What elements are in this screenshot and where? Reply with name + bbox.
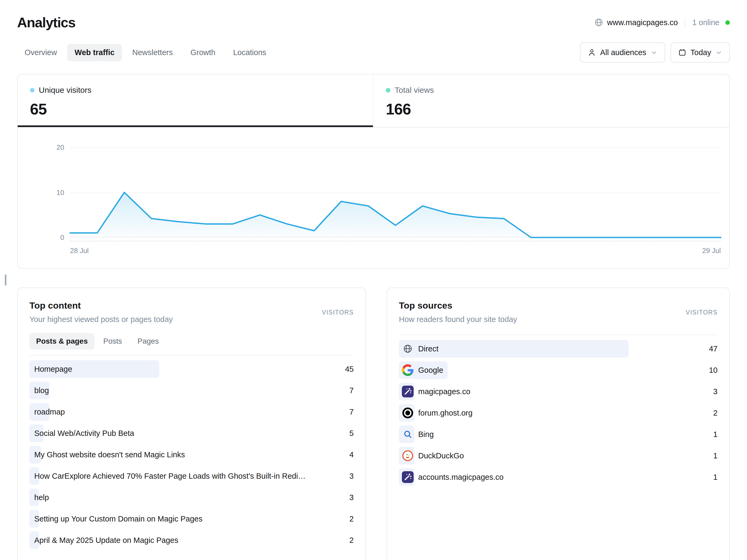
row-label: blog (29, 386, 49, 395)
row-visitors: 3 (708, 387, 718, 396)
content-row[interactable]: Setting up Your Custom Domain on Magic P… (29, 510, 354, 528)
bottom-cards: Top content Your highest viewed posts or… (17, 288, 730, 560)
content-row[interactable]: My Ghost website doesn't send Magic Link… (29, 446, 354, 463)
row-visitors: 7 (344, 407, 354, 417)
site-domain-link[interactable]: www.magicpages.co (607, 18, 678, 27)
calendar-icon (678, 48, 687, 57)
source-row[interactable]: accounts.magicpages.co1 (399, 468, 718, 486)
content-row[interactable]: How CarExplore Achieved 70% Faster Page … (29, 467, 354, 485)
tab-web-traffic[interactable]: Web traffic (67, 44, 122, 61)
top-bar: Analytics www.magicpages.co 1 online (17, 0, 730, 30)
content-row[interactable]: Social Web/Activity Pub Beta5 (29, 424, 354, 442)
tab-newsletters[interactable]: Newsletters (125, 44, 180, 61)
tab-locations[interactable]: Locations (226, 44, 274, 61)
source-row[interactable]: Direct47 (399, 340, 718, 357)
visitors-column-header: VISITORS (686, 309, 718, 316)
total-views-label: Total views (395, 86, 434, 95)
row-label: April & May 2025 Update on Magic Pages (29, 536, 178, 545)
filters: All audiences Today (580, 42, 730, 62)
row-label: My Ghost website doesn't send Magic Link… (29, 450, 185, 459)
row-label: Direct (414, 344, 439, 353)
content-tab-posts-pages[interactable]: Posts & pages (29, 333, 95, 349)
online-status-dot (725, 20, 730, 25)
unique-visitors-label: Unique visitors (39, 86, 92, 95)
content-row[interactable]: roadmap7 (29, 403, 354, 421)
divider (399, 335, 718, 335)
content-row[interactable]: blog7 (29, 382, 354, 399)
row-label: How CarExplore Achieved 70% Faster Page … (29, 472, 308, 481)
audience-filter-button[interactable]: All audiences (580, 42, 665, 62)
x-label-start: 28 Jul (70, 246, 88, 255)
tab-growth[interactable]: Growth (183, 44, 223, 61)
source-row[interactable]: Google10 (399, 361, 718, 379)
row-label: forum.ghost.org (414, 409, 472, 418)
row-visitors: 5 (344, 429, 354, 438)
date-range-label: Today (691, 48, 711, 57)
date-range-button[interactable]: Today (670, 42, 730, 62)
stat-total-views[interactable]: Total views 166 (374, 74, 729, 127)
top-content-list: Homepage45blog7roadmap7Social Web/Activi… (29, 360, 354, 549)
analytics-page: Analytics www.magicpages.co 1 online Ove… (0, 0, 747, 560)
source-row[interactable]: magicpages.co3 (399, 383, 718, 400)
top-content-subtitle: Your highest viewed posts or pages today (29, 315, 354, 324)
row-visitors: 1 (708, 451, 718, 460)
visitors-area-series (70, 148, 721, 238)
row-visitors: 7 (344, 386, 354, 395)
top-sources-title: Top sources (399, 300, 718, 311)
chevron-down-icon (715, 49, 722, 56)
content-tab-posts[interactable]: Posts (97, 333, 129, 349)
stat-unique-visitors[interactable]: Unique visitors 65 (18, 74, 374, 127)
x-axis-ticks (70, 241, 721, 241)
top-sources-card: Top sources How readers found your site … (387, 288, 730, 560)
audience-filter-label: All audiences (600, 48, 646, 57)
unique-visitors-value: 65 (30, 100, 361, 118)
tab-overview[interactable]: Overview (17, 44, 65, 61)
total-views-value: 166 (386, 100, 717, 118)
row-visitors: 1 (708, 473, 718, 482)
row-label: Setting up Your Custom Domain on Magic P… (29, 514, 203, 523)
row-label: Social Web/Activity Pub Beta (29, 429, 134, 438)
google-icon (402, 364, 414, 376)
nav-tabs: OverviewWeb trafficNewslettersGrowthLoca… (17, 44, 274, 61)
unique-visitors-dot (30, 88, 34, 92)
nav-row: OverviewWeb trafficNewslettersGrowthLoca… (17, 42, 730, 62)
content-row[interactable]: April & May 2025 Update on Magic Pages2 (29, 531, 354, 549)
row-visitors: 45 (340, 365, 354, 374)
magicpages-icon (402, 385, 414, 397)
stat-tabs: Unique visitors 65 Total views 166 (18, 74, 729, 128)
source-row[interactable]: Bing1 (399, 425, 718, 443)
divider (685, 18, 685, 27)
source-row[interactable]: forum.ghost.org2 (399, 404, 718, 422)
row-visitors: 3 (344, 472, 354, 481)
row-label: Google (414, 366, 443, 375)
content-tab-pages[interactable]: Pages (131, 333, 165, 349)
row-label: accounts.magicpages.co (414, 473, 504, 482)
y-tick-20: 20 (56, 143, 64, 152)
top-content-title: Top content (29, 300, 354, 311)
bing-icon (402, 428, 414, 440)
person-icon (588, 48, 596, 57)
traffic-chart-card: Unique visitors 65 Total views 166 20 10 (17, 74, 730, 269)
y-tick-0: 0 (60, 234, 64, 242)
magicpages-icon (402, 471, 414, 483)
row-visitors: 47 (704, 344, 718, 353)
total-views-dot (386, 88, 390, 92)
top-content-card: Top content Your highest viewed posts or… (17, 288, 366, 560)
content-type-tabs: Posts & pagesPostsPages (29, 333, 354, 349)
y-tick-10: 10 (56, 188, 64, 196)
page-title: Analytics (17, 15, 75, 30)
traffic-line-chart: 20 10 0 (70, 148, 721, 238)
content-row[interactable]: Homepage45 (29, 360, 354, 378)
x-label-end: 29 Jul (702, 246, 721, 255)
text-cursor-artifact (5, 274, 6, 286)
online-count: 1 online (692, 18, 719, 27)
row-visitors: 2 (344, 514, 354, 523)
content-row[interactable]: help3 (29, 488, 354, 506)
row-label: magicpages.co (414, 387, 470, 396)
ghost-icon (402, 407, 414, 419)
source-row[interactable]: DuckDuckGo1 (399, 447, 718, 464)
row-label: Bing (414, 430, 434, 439)
x-axis-labels: 28 Jul 29 Jul (70, 246, 721, 255)
divider (29, 355, 354, 355)
row-visitors: 1 (708, 430, 718, 439)
